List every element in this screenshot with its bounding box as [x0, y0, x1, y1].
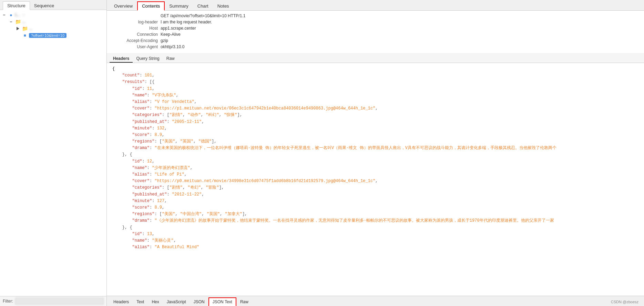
- request-info: GET /api/movie/?offset=10&limit=10 HTTP/…: [107, 11, 644, 54]
- left-panel: Structure Sequence − ● i... - − 📁 ... 📁 …: [0, 0, 107, 306]
- right-panel: Overview Contents Summary Chart Notes GE…: [107, 0, 644, 306]
- bottom-tab-headers[interactable]: Headers: [110, 298, 133, 306]
- tab-overview[interactable]: Overview: [110, 1, 137, 10]
- tree-row-2[interactable]: 📁 ...: [1, 25, 105, 32]
- tab-contents[interactable]: Contents: [137, 1, 165, 11]
- tree-label-1: ...: [22, 19, 25, 24]
- req-val-5: okhttp/3.10.0: [161, 44, 184, 49]
- req-key-3: Connection: [112, 32, 161, 37]
- req-line-5: User-Agent okhttp/3.10.0: [112, 44, 638, 49]
- bottom-tab-javascript[interactable]: JavaScript: [163, 298, 190, 306]
- bottom-tab-raw[interactable]: Raw: [236, 298, 252, 306]
- tree-label-2: ...: [29, 26, 32, 31]
- req-line-3: Connection Keep-Alive: [112, 32, 638, 37]
- req-val-3: Keep-Alive: [161, 32, 181, 37]
- json-content-area[interactable]: { "count": 101, "results": [{ "id": 11, …: [107, 63, 644, 296]
- req-val-4: gzip: [161, 38, 168, 43]
- tab-summary[interactable]: Summary: [165, 1, 193, 10]
- req-key-5: User-Agent: [112, 44, 161, 49]
- sub-tab-raw[interactable]: Raw: [163, 55, 178, 63]
- req-val-2: app1.scrape.center: [161, 26, 196, 31]
- tree-badge: ?offset=10&limit=10: [29, 33, 67, 38]
- minus-icon: −: [1, 12, 7, 18]
- folder-icon-1: 📁: [15, 19, 21, 24]
- filter-label: Filter:: [3, 299, 13, 304]
- req-line-2: Host app1.scrape.center: [112, 26, 638, 31]
- tree-area: − ● i... - − 📁 ... 📁 ... ■ ?offset=10&li…: [0, 10, 106, 296]
- tab-structure[interactable]: Structure: [3, 1, 30, 10]
- req-key-4: Accept-Encoding: [112, 38, 161, 43]
- tree-row-1[interactable]: − 📁 ...: [1, 18, 105, 25]
- top-tabs: Overview Contents Summary Chart Notes: [107, 0, 644, 11]
- sub-tabs: Headers Query String Raw: [107, 54, 644, 63]
- left-top-tabs: Structure Sequence: [0, 0, 106, 10]
- req-key-2: Host: [112, 26, 161, 31]
- bottom-tab-text[interactable]: Text: [133, 298, 148, 306]
- filter-bar: Filter:: [0, 296, 106, 306]
- bottom-right-credit: CSDN @zboesz: [611, 300, 641, 304]
- req-key-0: [112, 13, 161, 18]
- globe-icon: ●: [8, 12, 14, 18]
- bottom-tab-json[interactable]: JSON: [190, 298, 208, 306]
- tree-label-0: i... -: [15, 12, 24, 17]
- tree-row-3[interactable]: ■ ?offset=10&limit=10: [1, 32, 105, 39]
- filter-input[interactable]: [15, 298, 104, 305]
- file-icon-3: ■: [22, 33, 28, 38]
- req-line-1: log-header I am the log request header.: [112, 20, 638, 24]
- tab-notes[interactable]: Notes: [213, 1, 234, 10]
- req-val-1: I am the log request header.: [161, 20, 212, 24]
- tri-right-2: [15, 26, 21, 31]
- sub-tab-headers[interactable]: Headers: [110, 55, 133, 63]
- sub-tab-query-string[interactable]: Query String: [133, 55, 163, 63]
- tab-sequence[interactable]: Sequence: [30, 1, 59, 10]
- bottom-tabs: Headers Text Hex JavaScript JSON JSON Te…: [107, 296, 644, 306]
- bottom-tab-json-text[interactable]: JSON Text: [208, 297, 236, 306]
- folder-icon-2: 📁: [22, 26, 28, 31]
- tab-chart[interactable]: Chart: [193, 1, 213, 10]
- req-line-0: GET /api/movie/?offset=10&limit=10 HTTP/…: [112, 13, 638, 18]
- minus-icon-1: −: [8, 19, 14, 24]
- req-key-1: log-header: [112, 20, 161, 24]
- tree-row-0[interactable]: − ● i... -: [1, 11, 105, 18]
- req-line-4: Accept-Encoding gzip: [112, 38, 638, 43]
- req-val-0: GET /api/movie/?offset=10&limit=10 HTTP/…: [161, 13, 245, 18]
- bottom-tab-hex[interactable]: Hex: [148, 298, 163, 306]
